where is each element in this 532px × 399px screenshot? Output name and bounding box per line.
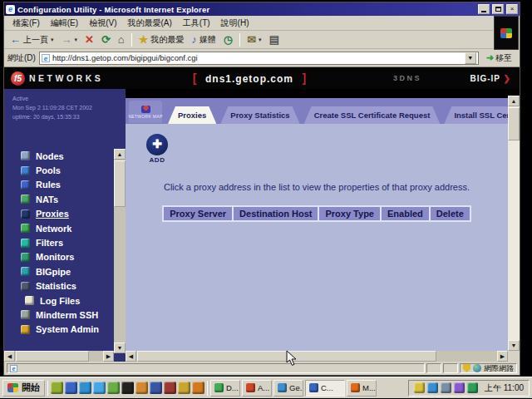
- address-input[interactable]: e http://dns1.getop.com/bigipgui/bigconf…: [39, 52, 479, 65]
- sidebar-item-bigpipe[interactable]: BIGpipe: [21, 264, 112, 278]
- column-header-proxy-server[interactable]: Proxy Server: [164, 207, 232, 220]
- task-button-3[interactable]: Ge...: [273, 380, 303, 397]
- scheduler-icon[interactable]: [454, 382, 465, 393]
- history-button[interactable]: ◷: [220, 32, 236, 47]
- task-button-4[interactable]: C...: [305, 380, 345, 397]
- sidebar-item-system-admin[interactable]: System Admin: [21, 323, 112, 337]
- sidebar-item-rules[interactable]: Rules: [21, 178, 112, 192]
- scroll-left-button[interactable]: ◀: [126, 351, 136, 362]
- scroll-down-button[interactable]: ▼: [114, 342, 126, 353]
- sidebar-item-monitors[interactable]: Monitors: [21, 250, 112, 264]
- display-icon[interactable]: [441, 382, 451, 393]
- quick-launch-icon-11[interactable]: [192, 382, 204, 394]
- sidebar-item-label: Pools: [36, 165, 61, 175]
- rules-icon: [21, 180, 30, 190]
- mail-button[interactable]: ✉▾: [244, 32, 264, 47]
- quick-launch-icon-6[interactable]: [121, 382, 134, 394]
- quick-launch-icon-3[interactable]: [79, 382, 91, 394]
- task-button-2[interactable]: A...: [242, 380, 272, 397]
- menu-item-view[interactable]: 檢視(V): [84, 16, 121, 31]
- quick-launch-icon-1[interactable]: [51, 382, 63, 394]
- sidebar-item-pools[interactable]: Pools: [21, 163, 112, 177]
- status-datetime: Mon Sep 2 11:09:28 CET 2002: [12, 104, 126, 113]
- network-map-button[interactable]: NETWORK MAP: [129, 101, 162, 123]
- sidebar-item-filters[interactable]: Filters: [21, 235, 112, 249]
- antivirus-icon[interactable]: [467, 382, 478, 393]
- nats-icon: [21, 195, 30, 204]
- menu-item-file[interactable]: 檔案(F): [7, 16, 45, 31]
- media-button[interactable]: ♪媒體: [188, 32, 219, 47]
- print-button[interactable]: ▤: [266, 32, 283, 47]
- proxies-icon: [21, 209, 30, 219]
- refresh-button[interactable]: ⟳: [98, 32, 114, 47]
- sidebar: Active Mon Sep 2 11:09:28 CET 2002 uptim…: [4, 89, 126, 362]
- sidebar-item-proxies[interactable]: Proxies: [21, 207, 112, 221]
- sidebar-item-statistics[interactable]: Statistics: [21, 279, 112, 293]
- quick-launch-icon-10[interactable]: [178, 382, 190, 394]
- tab-proxies[interactable]: Proxies: [168, 106, 216, 124]
- stop-button[interactable]: ✕: [81, 32, 97, 47]
- scroll-down-button[interactable]: ▼: [508, 340, 520, 351]
- task-button-5[interactable]: M...: [347, 380, 377, 397]
- menu-item-tools[interactable]: 工具(T): [178, 16, 215, 31]
- sidebar-item-nats[interactable]: NATs: [21, 192, 112, 206]
- bigip-product-label: BIG-IP ❯: [470, 74, 511, 83]
- start-button[interactable]: 開始: [2, 380, 45, 397]
- column-header-proxy-type[interactable]: Proxy Type: [319, 207, 380, 220]
- tab-create-ssl-certificate-request[interactable]: Create SSL Certificate Request: [304, 106, 441, 124]
- favorites-icon: ★: [139, 34, 149, 46]
- sidebar-item-nodes[interactable]: Nodes: [21, 149, 112, 163]
- quick-launch-icon-9[interactable]: [164, 382, 176, 394]
- close-button[interactable]: ×: [506, 4, 518, 14]
- sidebar-item-mindterm-ssh[interactable]: Mindterm SSH: [21, 308, 112, 322]
- scroll-right-button[interactable]: ▶: [497, 351, 508, 362]
- sidebar-vertical-scrollbar[interactable]: ▲ ▼: [114, 149, 126, 353]
- address-dropdown-button[interactable]: ▼: [465, 52, 476, 64]
- sidebar-item-network[interactable]: Network: [21, 221, 112, 235]
- forward-button[interactable]: →▾: [58, 32, 81, 47]
- content-horizontal-scrollbar[interactable]: ◀ ▶: [126, 351, 508, 362]
- proxy-table-header-row: Proxy ServerDestination HostProxy TypeEn…: [162, 205, 471, 222]
- tab-install-ssl-certificate[interactable]: Install SSL Certif: [444, 106, 508, 124]
- task-button-1[interactable]: D...: [210, 380, 240, 397]
- column-header-enabled[interactable]: Enabled: [382, 207, 429, 220]
- minimize-button[interactable]: [478, 4, 490, 14]
- add-proxy-button[interactable]: ✚ ADD: [137, 134, 177, 164]
- content-vertical-scrollbar[interactable]: ▲ ▼: [508, 96, 520, 351]
- sidebar-horizontal-scrollbar[interactable]: ◀ ▶: [4, 351, 114, 362]
- nodes-icon: [21, 151, 30, 160]
- home-button[interactable]: ⌂: [115, 32, 128, 47]
- plus-icon: ✚: [146, 134, 168, 155]
- favorites-label: 我的最愛: [150, 34, 184, 46]
- back-button[interactable]: ←上一頁▾: [7, 32, 57, 47]
- go-button[interactable]: ➜ 移至: [482, 51, 516, 66]
- f5-header: f5 NETWORKS [ dns1.getop.com ] 3DNS BIG-…: [4, 67, 520, 89]
- menu-item-favorites[interactable]: 我的最愛(A): [122, 16, 176, 31]
- sidebar-item-label: BIGpipe: [36, 267, 71, 277]
- filters-icon: [21, 239, 30, 248]
- tab-proxy-statistics[interactable]: Proxy Statistics: [220, 106, 299, 124]
- network-status-icon[interactable]: [427, 382, 438, 393]
- scroll-thumb[interactable]: [508, 107, 520, 140]
- menu-item-edit[interactable]: 編輯(E): [46, 16, 83, 31]
- quick-launch-icon-8[interactable]: [150, 382, 162, 394]
- quick-launch-icon-7[interactable]: [135, 382, 148, 394]
- scroll-up-button[interactable]: ▲: [114, 149, 126, 160]
- restore-button[interactable]: [492, 4, 504, 14]
- menu-item-help[interactable]: 說明(H): [216, 16, 254, 31]
- history-icon: ◷: [224, 34, 233, 46]
- quick-launch-icon-2[interactable]: [65, 382, 77, 394]
- scroll-right-button[interactable]: ▶: [103, 351, 114, 362]
- quick-launch-icon-5[interactable]: [107, 382, 120, 394]
- scroll-thumb[interactable]: [114, 160, 126, 207]
- scroll-up-button[interactable]: ▲: [508, 96, 520, 106]
- scroll-thumb[interactable]: [16, 351, 89, 362]
- quick-launch-icon-4[interactable]: [93, 382, 106, 394]
- column-header-destination-host[interactable]: Destination Host: [234, 207, 318, 220]
- column-header-delete[interactable]: Delete: [431, 207, 470, 220]
- back-label: 上一頁: [23, 34, 48, 46]
- sidebar-item-log-files[interactable]: Log Files: [21, 293, 112, 308]
- scroll-left-button[interactable]: ◀: [4, 351, 15, 362]
- favorites-button[interactable]: ★我的最愛: [135, 32, 188, 47]
- volume-icon[interactable]: [414, 382, 425, 393]
